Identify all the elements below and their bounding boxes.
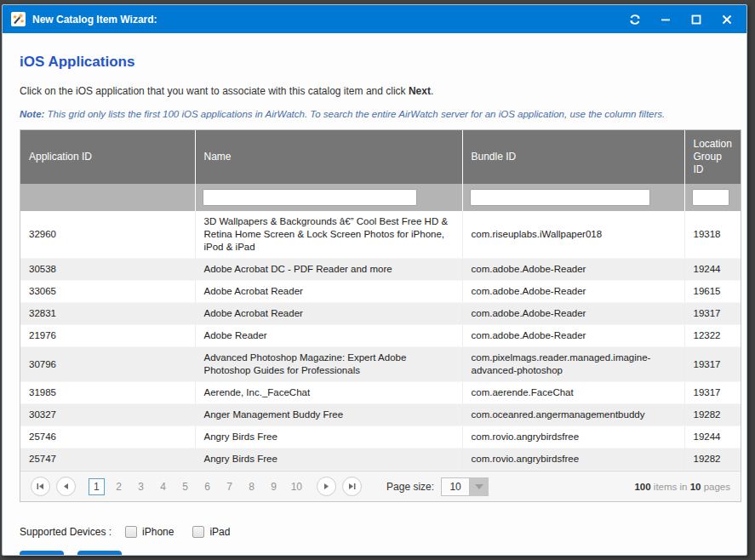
name-cell: Adobe Acrobat DC - PDF Reader and more	[195, 259, 462, 281]
page-size-value: 10	[441, 477, 470, 496]
table-row[interactable]: 329603D Wallpapers & Backgrounds â€” Coo…	[20, 211, 741, 259]
column-header-bundle-id[interactable]: Bundle ID	[462, 130, 684, 184]
table-row[interactable]: 30538Adobe Acrobat DC - PDF Reader and m…	[20, 259, 741, 281]
location-group-id-cell: 19282	[684, 404, 741, 426]
bundle-id-cell: com.adobe.Adobe-Reader	[462, 325, 684, 347]
page-number-8[interactable]: 8	[244, 479, 260, 494]
table-row[interactable]: 33065Adobe Acrobat Readercom.adobe.Adobe…	[20, 281, 741, 303]
bundle-id-filter-input[interactable]	[470, 189, 650, 206]
first-page-button[interactable]	[31, 477, 50, 496]
filter-cell-location-group-id	[684, 184, 741, 211]
last-page-icon	[348, 483, 356, 490]
page-number-4[interactable]: 4	[156, 479, 171, 494]
minimize-icon	[661, 14, 671, 25]
location-group-id-cell: 12322	[684, 325, 741, 347]
applications-grid: Application ID Name Bundle ID Location G…	[20, 129, 741, 502]
first-page-icon	[37, 483, 44, 490]
table-row[interactable]: 32831Adobe Acrobat Readercom.adobe.Adobe…	[20, 303, 741, 325]
svg-text:★: ★	[13, 14, 18, 20]
name-cell: Adobe Acrobat Reader	[195, 303, 462, 325]
bundle-id-cell: com.pixelmags.reader.managed.imagine-adv…	[462, 347, 684, 382]
wizard-button-row: Back Next	[20, 551, 741, 556]
ipad-checkbox[interactable]	[192, 526, 204, 538]
application-id-cell: 30538	[20, 259, 195, 281]
ipad-checkbox-item: iPad	[192, 526, 230, 538]
location-group-id-cell: 19244	[684, 426, 741, 449]
name-cell: Angry Birds Free	[195, 449, 462, 471]
name-cell: 3D Wallpapers & Backgrounds â€” Cool Bes…	[195, 211, 462, 259]
grid-body: 329603D Wallpapers & Backgrounds â€” Coo…	[20, 211, 741, 471]
chevron-down-icon	[475, 484, 483, 489]
page-number-3[interactable]: 3	[134, 479, 149, 494]
name-cell: Anger Management Buddy Free	[195, 404, 462, 426]
maximize-button[interactable]	[685, 10, 707, 29]
application-id-cell: 25747	[20, 449, 195, 471]
instruction-suffix: .	[431, 85, 433, 97]
iphone-checkbox[interactable]	[125, 526, 137, 538]
page-size-label: Page size:	[386, 481, 434, 493]
table-row[interactable]: 21976Adobe Readercom.adobe.Adobe-Reader1…	[20, 325, 741, 347]
application-id-cell: 33065	[20, 281, 195, 303]
wizard-wand-icon: ★ ★ ★	[11, 12, 26, 26]
bundle-id-cell: com.riseuplabs.iWallpaper018	[462, 211, 684, 259]
location-group-id-filter-input[interactable]	[692, 189, 729, 206]
last-page-button[interactable]	[342, 477, 362, 496]
name-filter-input[interactable]	[203, 189, 417, 206]
application-id-cell: 21976	[20, 325, 195, 347]
page-number-10[interactable]: 10	[289, 479, 305, 494]
grid-header-row: Application ID Name Bundle ID Location G…	[20, 130, 741, 184]
table-row[interactable]: 25746Angry Birds Freecom.rovio.angrybird…	[20, 426, 741, 449]
page-number-5[interactable]: 5	[178, 479, 193, 494]
minimize-button[interactable]	[655, 10, 677, 29]
location-group-id-cell: 19244	[684, 259, 741, 281]
pager-summary: 100 items in 10 pages	[634, 482, 730, 492]
column-header-name[interactable]: Name	[195, 130, 462, 184]
bundle-id-cell: com.rovio.angrybirdsfree	[462, 449, 684, 471]
grid-filter-row	[20, 184, 741, 211]
filter-cell-name	[195, 184, 462, 211]
refresh-button[interactable]	[624, 10, 646, 29]
table-row[interactable]: 25747Angry Birds Freecom.rovio.angrybird…	[20, 449, 741, 471]
summary-mid-text: items in	[651, 482, 690, 492]
page-size-dropdown-button[interactable]	[470, 477, 489, 496]
application-id-cell: 32960	[20, 211, 195, 259]
summary-suffix-text: pages	[701, 482, 730, 492]
table-row[interactable]: 31985Aerende, Inc._FaceChatcom.aerende.F…	[20, 382, 741, 404]
note-body: This grid only lists the first 100 iOS a…	[44, 109, 665, 119]
name-cell: Angry Birds Free	[195, 426, 462, 449]
dialog-body: iOS Applications Click on the iOS applic…	[3, 54, 746, 556]
location-group-id-cell: 19318	[684, 211, 741, 259]
titlebar: ★ ★ ★ New Catalog Item Wizard:	[3, 5, 746, 33]
bundle-id-cell: com.adobe.Adobe-Reader	[462, 281, 684, 303]
iphone-checkbox-label: iPhone	[142, 526, 174, 538]
page-number-2[interactable]: 2	[112, 479, 127, 494]
next-page-button[interactable]	[317, 477, 336, 496]
page-number-7[interactable]: 7	[222, 479, 237, 494]
new-catalog-item-wizard-dialog: ★ ★ ★ New Catalog Item Wizard:	[2, 4, 747, 556]
pager-bar: 12345678910 Page size: 10 100 items in 1…	[20, 471, 741, 501]
close-button[interactable]	[716, 10, 738, 29]
column-header-application-id[interactable]: Application ID	[20, 130, 195, 184]
previous-page-icon	[62, 483, 70, 490]
page-number-list: 12345678910	[85, 478, 308, 495]
table-row[interactable]: 30327Anger Management Buddy Freecom.ocea…	[20, 404, 741, 426]
previous-page-button[interactable]	[56, 477, 76, 496]
ipad-checkbox-label: iPad	[209, 526, 230, 538]
window-title: New Catalog Item Wizard:	[32, 14, 615, 26]
bundle-id-cell: com.aerende.FaceChat	[462, 382, 684, 404]
refresh-icon	[629, 14, 641, 26]
back-button[interactable]: Back	[20, 551, 64, 556]
page-number-1[interactable]: 1	[89, 478, 105, 495]
next-button[interactable]: Next	[77, 551, 122, 556]
name-cell: Aerende, Inc._FaceChat	[195, 382, 462, 404]
page-number-9[interactable]: 9	[266, 479, 282, 494]
application-id-cell: 31985	[20, 382, 195, 404]
close-icon	[722, 14, 732, 25]
page-number-6[interactable]: 6	[200, 479, 215, 494]
page-title: iOS Applications	[20, 54, 741, 71]
bundle-id-cell: com.adobe.Adobe-Reader	[462, 303, 684, 325]
table-row[interactable]: 30796Advanced Photoshop Magazine: Expert…	[20, 347, 741, 382]
supported-devices-label: Supported Devices :	[20, 526, 112, 538]
column-header-location-group-id[interactable]: Location Group ID	[684, 130, 741, 184]
page-size-select[interactable]: 10	[441, 477, 489, 496]
